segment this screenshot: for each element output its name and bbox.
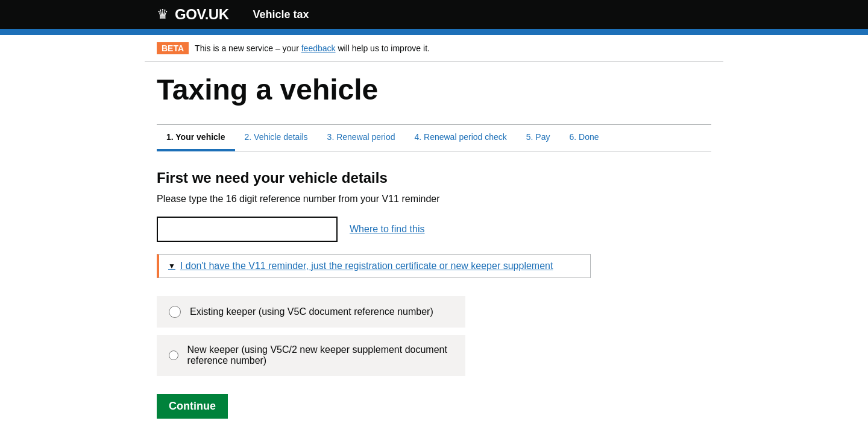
form-section: First we need your vehicle details Pleas… (157, 170, 711, 419)
beta-text: This is a new service – your feedback wi… (195, 43, 430, 53)
disclosure-text: I don't have the V11 reminder, just the … (180, 261, 553, 271)
gov-logo-link[interactable]: ♛ GOV.UK (157, 6, 228, 23)
page-title: Taxing a vehicle (157, 74, 711, 106)
gov-text: GOV.UK (175, 6, 228, 23)
section-title: First we need your vehicle details (157, 170, 711, 186)
section-desc: Please type the 16 digit reference numbe… (157, 194, 711, 204)
disclosure-container: ▼ I don't have the V11 reminder, just th… (157, 254, 711, 278)
radio-new-keeper[interactable]: New keeper (using V5C/2 new keeper suppl… (157, 335, 465, 376)
radio-group: Existing keeper (using V5C document refe… (157, 296, 711, 376)
site-header: ♛ GOV.UK Vehicle tax (0, 0, 868, 35)
tabs-list: 1. Your vehicle 2. Vehicle details 3. Re… (157, 125, 711, 151)
radio-new-keeper-input[interactable] (169, 349, 178, 361)
radio-existing-keeper-label: Existing keeper (using V5C document refe… (190, 306, 433, 317)
main-content: Taxing a vehicle 1. Your vehicle 2. Vehi… (145, 62, 723, 443)
continue-button[interactable]: Continue (157, 394, 228, 419)
radio-new-keeper-label: New keeper (using V5C/2 new keeper suppl… (187, 344, 453, 366)
disclosure-arrow-icon: ▼ (168, 262, 175, 270)
beta-banner: BETA This is a new service – your feedba… (145, 35, 723, 62)
disclosure-toggle[interactable]: ▼ I don't have the V11 reminder, just th… (157, 254, 591, 278)
tab-renewal-period-check[interactable]: 4. Renewal period check (404, 125, 516, 151)
tabs-nav: 1. Your vehicle 2. Vehicle details 3. Re… (157, 124, 711, 151)
tab-your-vehicle[interactable]: 1. Your vehicle (157, 125, 235, 151)
reference-number-input[interactable] (157, 217, 338, 242)
tab-done[interactable]: 6. Done (559, 125, 608, 151)
radio-existing-keeper-input[interactable] (169, 306, 181, 318)
tab-renewal-period[interactable]: 3. Renewal period (318, 125, 405, 151)
blue-accent-bar (0, 29, 868, 35)
beta-tag: BETA (157, 42, 189, 54)
feedback-link[interactable]: feedback (301, 43, 336, 53)
service-name: Vehicle tax (253, 8, 309, 21)
tab-pay[interactable]: 5. Pay (517, 125, 560, 151)
tab-vehicle-details[interactable]: 2. Vehicle details (235, 125, 318, 151)
input-row: Where to find this (157, 217, 711, 242)
crown-icon: ♛ (157, 7, 169, 22)
where-to-find-link[interactable]: Where to find this (350, 224, 425, 235)
radio-existing-keeper[interactable]: Existing keeper (using V5C document refe… (157, 296, 465, 328)
